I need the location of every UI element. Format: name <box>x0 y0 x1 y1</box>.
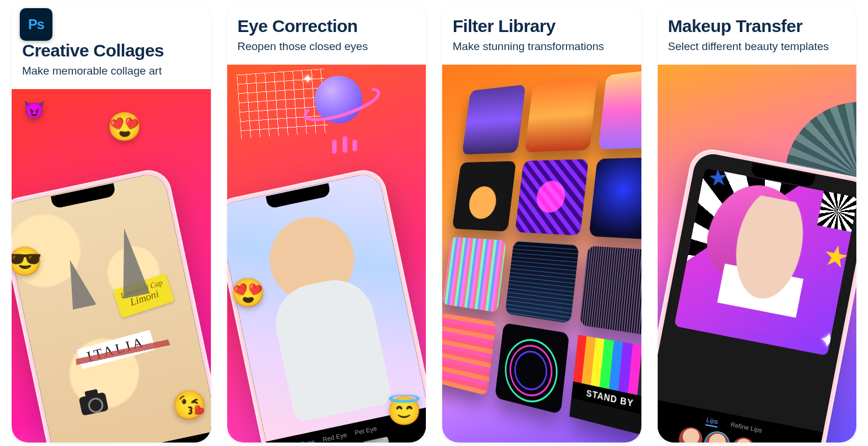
tab-pet-eye[interactable]: Pet Eye <box>354 425 378 439</box>
card-artwork: ★ ★ ✦ Lips Refine Lips Pas <box>658 65 857 443</box>
phone-mockup: ★ ★ ✦ Lips Refine Lips Pas <box>658 146 857 443</box>
filter-tile[interactable] <box>462 84 526 155</box>
photo-frame: ★ ★ ✦ <box>675 168 856 356</box>
hearteyes-emoji-sticker: 😍 <box>231 276 266 309</box>
halo-emoji-sticker: 😇 <box>387 394 422 427</box>
star-sticker-icon: ★ <box>820 238 852 276</box>
card-artwork: ✦ 😍 😇 Replace Eyes Red Eye Pet Eye <box>227 65 426 443</box>
italia-text-sticker: ITALIA <box>77 330 156 369</box>
star-sticker-icon: ★ <box>707 168 730 192</box>
tab-lips[interactable]: Lips <box>705 416 719 428</box>
tab-refine-lips[interactable]: Refine Lips <box>730 421 763 436</box>
makeup-canvas[interactable]: ★ ★ ✦ <box>658 151 857 432</box>
promo-card-eye-correction: Eye Correction Reopen those closed eyes … <box>227 3 426 443</box>
promo-card-collages: Ps Creative Collages Make memorable coll… <box>12 3 211 443</box>
filter-tile[interactable] <box>515 160 588 236</box>
filter-tile[interactable] <box>495 323 569 415</box>
hearteyes-emoji-sticker: 😍 <box>107 110 142 143</box>
filter-tile[interactable] <box>579 246 641 337</box>
card-artwork: STAND BY <box>442 65 641 443</box>
kiss-emoji-sticker: 😘 <box>172 388 207 422</box>
promo-card-filter-library: Filter Library Make stunning transformat… <box>442 3 641 443</box>
tab-replace-eyes[interactable]: Replace Eyes <box>276 438 316 443</box>
camera-sticker-icon <box>79 392 109 416</box>
filter-tile[interactable] <box>505 241 579 324</box>
card-artwork: 😈 😍 😎 😘 Limoni di Cap Limoni ITALIA <box>12 89 211 443</box>
filter-tile[interactable] <box>588 157 641 240</box>
ps-app-icon: Ps <box>20 8 52 41</box>
filter-tile[interactable] <box>452 161 516 232</box>
filter-tile[interactable] <box>524 76 597 153</box>
card-subtitle: Make memorable collage art <box>22 65 200 77</box>
card-header: Makeup Transfer Select different beauty … <box>658 3 857 65</box>
card-title: Filter Library <box>453 16 631 37</box>
sparkle-icon: ✦ <box>817 327 838 354</box>
card-header: Eye Correction Reopen those closed eyes <box>227 3 426 65</box>
promo-card-makeup-transfer: Makeup Transfer Select different beauty … <box>658 3 857 443</box>
filter-tile[interactable] <box>442 313 496 396</box>
card-subtitle: Make stunning transformations <box>453 40 631 53</box>
tab-red-eye[interactable]: Red Eye <box>322 431 348 443</box>
card-subtitle: Select different beauty templates <box>668 40 846 53</box>
card-title: Makeup Transfer <box>668 16 846 37</box>
filter-tile-standby[interactable]: STAND BY <box>569 335 641 437</box>
card-subtitle: Reopen those closed eyes <box>238 40 416 53</box>
filter-tile[interactable] <box>598 67 641 150</box>
cool-emoji-sticker: 😎 <box>12 245 43 278</box>
devil-emoji-sticker: 😈 <box>23 100 45 120</box>
card-title: Eye Correction <box>238 16 416 37</box>
filter-grid: STAND BY <box>442 67 641 437</box>
card-header: Filter Library Make stunning transformat… <box>442 3 641 65</box>
lemon-label-sticker: Limoni di Cap Limoni <box>113 274 175 318</box>
card-title: Creative Collages <box>22 41 200 61</box>
filter-tile[interactable] <box>442 237 506 313</box>
